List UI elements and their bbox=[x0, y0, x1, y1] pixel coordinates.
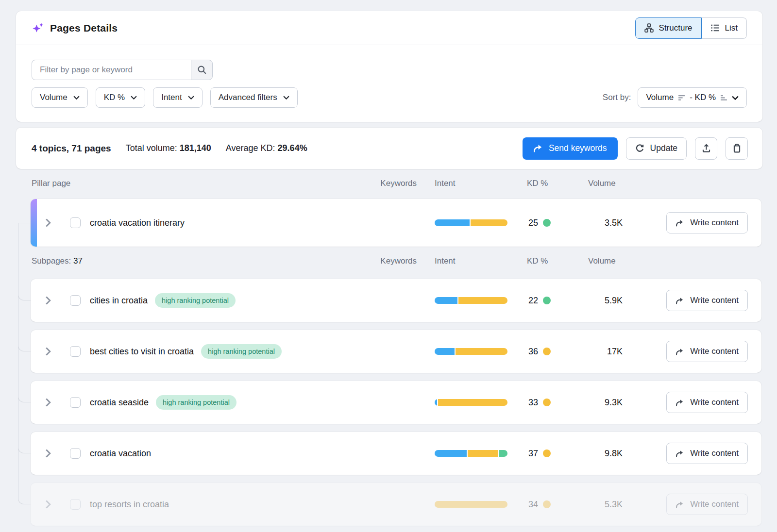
volume-value: 5.9K bbox=[574, 296, 623, 306]
write-content-label: Write content bbox=[690, 218, 739, 228]
volume-value: 9.3K bbox=[574, 398, 623, 408]
send-arrow-icon bbox=[533, 144, 543, 152]
row-checkbox[interactable] bbox=[70, 397, 81, 408]
average-kd-stat: Average KD: 29.64% bbox=[226, 143, 307, 153]
filters-section: Volume KD % Intent Advanced filters bbox=[16, 45, 762, 108]
expand-chevron-icon[interactable] bbox=[45, 218, 51, 227]
write-content-arrow-icon bbox=[676, 399, 684, 406]
search-input[interactable] bbox=[32, 60, 191, 80]
view-toggle: Structure List bbox=[635, 17, 747, 39]
kd-value: 36 bbox=[497, 347, 538, 357]
expand-chevron-icon[interactable] bbox=[45, 347, 51, 356]
subpages-label-text: Subpages: bbox=[32, 256, 71, 266]
trash-icon bbox=[732, 144, 742, 153]
update-button[interactable]: Update bbox=[626, 137, 687, 160]
advanced-filters-label: Advanced filters bbox=[219, 93, 277, 102]
high-ranking-potential-badge: high ranking potential bbox=[156, 395, 236, 410]
volume-value: 3.5K bbox=[574, 218, 623, 228]
pillar-page-column-header: Pillar page bbox=[32, 179, 70, 188]
subpage-title: best cities to visit in croatia bbox=[90, 347, 194, 357]
row-checkbox[interactable] bbox=[70, 346, 81, 357]
export-button[interactable] bbox=[695, 137, 717, 160]
panel-header: Pages Details Structure bbox=[16, 11, 762, 45]
expand-chevron-icon[interactable] bbox=[45, 449, 51, 458]
delete-button[interactable] bbox=[726, 137, 748, 160]
chevron-down-icon bbox=[73, 96, 80, 100]
total-volume-label: Total volume: bbox=[126, 143, 177, 153]
subpage-row: croatia vacation 30 37 9.8K Write conten… bbox=[31, 432, 761, 475]
subpage-row: cities in croatia high ranking potential… bbox=[31, 279, 761, 322]
intent-filter-dropdown[interactable]: Intent bbox=[153, 87, 203, 108]
subpage-title: cities in croatia bbox=[90, 296, 148, 306]
volume-value: 9.8K bbox=[574, 449, 623, 459]
pages-details-panel: Pages Details Structure bbox=[16, 11, 762, 122]
list-icon bbox=[710, 23, 720, 33]
write-content-button[interactable]: Write content bbox=[666, 494, 748, 515]
sort-secondary-value: - KD % bbox=[690, 93, 716, 102]
subpages-count-value: 37 bbox=[73, 256, 83, 266]
sort-by-label: Sort by: bbox=[603, 93, 631, 102]
intent-filter-label: Intent bbox=[161, 93, 182, 102]
advanced-filters-dropdown[interactable]: Advanced filters bbox=[210, 87, 298, 108]
kd-value: 37 bbox=[497, 449, 538, 459]
sort-descending-icon bbox=[678, 95, 685, 101]
high-ranking-potential-badge: high ranking potential bbox=[201, 344, 282, 359]
subpages-count-label: Subpages: 37 bbox=[32, 256, 83, 266]
write-content-button[interactable]: Write content bbox=[666, 290, 748, 311]
volume-filter-dropdown[interactable]: Volume bbox=[32, 87, 88, 108]
subpage-row: croatia seaside high ranking potential 2… bbox=[31, 381, 761, 424]
expand-chevron-icon[interactable] bbox=[45, 296, 51, 305]
row-checkbox[interactable] bbox=[70, 217, 81, 228]
volume-value: 5.3K bbox=[574, 499, 623, 510]
kd-dot bbox=[543, 399, 551, 406]
structure-view-button[interactable]: Structure bbox=[635, 17, 702, 39]
topics-pages-count: 4 topics, 71 pages bbox=[32, 143, 111, 154]
page-title: Pages Details bbox=[50, 22, 118, 34]
subpage-title: top resorts in croatia bbox=[90, 499, 169, 510]
list-view-label: List bbox=[725, 23, 738, 33]
expand-chevron-icon[interactable] bbox=[45, 398, 51, 407]
average-kd-value: 29.64% bbox=[278, 143, 307, 153]
high-ranking-potential-badge: high ranking potential bbox=[155, 293, 236, 308]
kd-value: 34 bbox=[497, 499, 538, 510]
kd-dot bbox=[543, 219, 551, 227]
kd-filter-label: KD % bbox=[104, 93, 125, 102]
subpage-row: top resorts in croatia 16 34 5.3K Write … bbox=[31, 483, 761, 526]
write-content-arrow-icon bbox=[676, 219, 684, 227]
volume-value: 17K bbox=[574, 347, 623, 357]
row-checkbox[interactable] bbox=[70, 448, 81, 459]
kd-value: 22 bbox=[497, 296, 538, 306]
write-content-button[interactable]: Write content bbox=[666, 212, 748, 233]
structure-view-label: Structure bbox=[659, 23, 693, 33]
sort-select[interactable]: Volume - KD % bbox=[638, 87, 747, 108]
write-content-button[interactable]: Write content bbox=[666, 443, 748, 464]
kd-dot bbox=[543, 348, 551, 355]
pillar-accent-bar bbox=[31, 199, 37, 247]
search-button[interactable] bbox=[191, 60, 213, 80]
kd-value: 33 bbox=[497, 398, 538, 408]
kd-column-header: KD % bbox=[527, 179, 548, 188]
send-keywords-label: Send keywords bbox=[549, 143, 607, 153]
list-view-button[interactable]: List bbox=[702, 17, 747, 39]
intent-column-header: Intent bbox=[435, 256, 456, 266]
row-checkbox[interactable] bbox=[70, 295, 81, 306]
total-volume-stat: Total volume: 181,140 bbox=[126, 143, 211, 153]
sort-ascending-icon bbox=[720, 95, 727, 101]
write-content-button[interactable]: Write content bbox=[666, 392, 748, 413]
chevron-down-icon bbox=[283, 96, 289, 100]
write-content-arrow-icon bbox=[676, 348, 684, 355]
write-content-label: Write content bbox=[690, 449, 739, 458]
structure-icon bbox=[644, 23, 654, 33]
search-icon bbox=[197, 65, 207, 75]
write-content-arrow-icon bbox=[676, 297, 684, 304]
summary-bar: 4 topics, 71 pages Total volume: 181,140… bbox=[16, 128, 762, 169]
subpage-row: best cities to visit in croatia high ran… bbox=[31, 330, 761, 373]
expand-chevron-icon[interactable] bbox=[45, 500, 51, 509]
keywords-column-header: Keywords bbox=[372, 179, 417, 188]
chevron-down-icon bbox=[732, 96, 739, 100]
kd-value: 25 bbox=[497, 218, 538, 228]
kd-filter-dropdown[interactable]: KD % bbox=[96, 87, 145, 108]
send-keywords-button[interactable]: Send keywords bbox=[523, 137, 618, 160]
row-checkbox[interactable] bbox=[70, 499, 81, 510]
write-content-button[interactable]: Write content bbox=[666, 341, 748, 362]
